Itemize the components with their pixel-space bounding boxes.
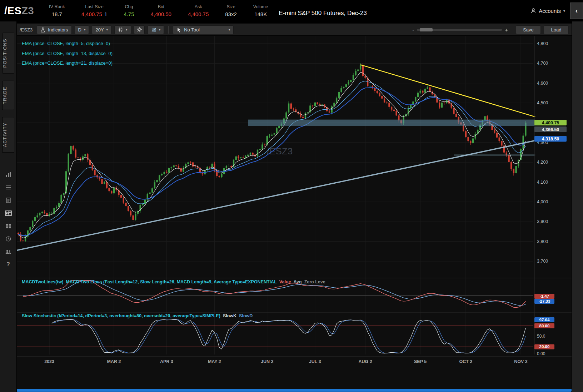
- drawing-tools-dropdown[interactable]: ▾: [148, 25, 164, 34]
- quote-fields: IV Rank 18.7 Last Size 4,400.75 1 Chg 4.…: [49, 4, 268, 17]
- bar-chart-icon[interactable]: [0, 169, 17, 180]
- field-value: 148K: [254, 11, 267, 17]
- chart-toolbar: /ESZ3 Indicators D ▾ 20Y ▾ ▾: [17, 24, 572, 36]
- chevron-down-icon: ▾: [229, 28, 230, 31]
- zoom-control: - +: [412, 27, 508, 33]
- active-chart-icon[interactable]: [0, 207, 17, 219]
- scrollbar-thumb[interactable]: [17, 389, 572, 392]
- help-icon[interactable]: ?: [0, 259, 17, 271]
- field-label: Last Size: [85, 4, 103, 9]
- svg-text:4,000: 4,000: [537, 199, 548, 204]
- chart-settings-button[interactable]: [134, 25, 145, 34]
- svg-text:NOV 2: NOV 2: [514, 359, 528, 364]
- chevron-down-icon: ▾: [159, 28, 161, 31]
- quote-field-volume: Volume 148K: [253, 4, 268, 17]
- svg-text:MAR 2: MAR 2: [107, 359, 121, 364]
- svg-text:80.00: 80.00: [539, 324, 550, 328]
- clock-icon[interactable]: [0, 233, 17, 245]
- field-value: 4,400.75: [188, 11, 209, 17]
- notes-icon[interactable]: [0, 194, 17, 206]
- zoom-slider-handle[interactable]: [420, 28, 433, 31]
- quote-field-iv-rank: IV Rank 18.7: [49, 4, 65, 17]
- field-label: Ask: [195, 4, 202, 9]
- svg-text:4,318.50: 4,318.50: [542, 137, 559, 142]
- svg-text:4,400.75: 4,400.75: [542, 120, 559, 125]
- indicators-label: Indicators: [48, 27, 68, 33]
- zoom-in-button[interactable]: +: [505, 27, 508, 33]
- svg-text:2023: 2023: [44, 359, 54, 364]
- svg-text:JUN 2: JUN 2: [261, 359, 273, 364]
- load-button[interactable]: Load: [544, 25, 569, 34]
- field-label: Bid: [158, 4, 164, 9]
- active-tool-dropdown[interactable]: No Tool ▾: [173, 25, 234, 34]
- range-value: 20Y: [95, 27, 104, 33]
- svg-text:4,366.50: 4,366.50: [542, 127, 559, 132]
- svg-text:97.04: 97.04: [539, 318, 550, 322]
- chart-symbol-label: /ESZ3: [20, 27, 33, 33]
- field-value: 4,400.50: [151, 11, 171, 17]
- toolbar-divider: [168, 26, 169, 34]
- svg-text:3,800: 3,800: [537, 239, 548, 244]
- field-label: IV Rank: [49, 4, 65, 9]
- sidebar-tab-activity[interactable]: ACTIVITY: [2, 117, 14, 153]
- svg-text:3,700: 3,700: [537, 259, 548, 264]
- price-chart[interactable]: /ESZ34,8004,7004,6004,5004,4004,3004,200…: [17, 36, 572, 388]
- zoom-out-button[interactable]: -: [412, 27, 414, 33]
- collapse-panel-button[interactable]: ‹: [570, 3, 583, 19]
- quote-field-last-size: Last Size 4,400.75 1: [81, 4, 108, 17]
- chevron-down-icon: ▾: [126, 28, 128, 31]
- sidebar-tab-positions[interactable]: POSITIONS: [2, 33, 14, 74]
- left-sidebar: POSITIONS TRADE ACTIVITY: [0, 21, 17, 392]
- right-collapsed-panel[interactable]: [572, 21, 583, 392]
- symbol-title: /ESZ3: [4, 5, 34, 17]
- list-icon[interactable]: [0, 182, 17, 193]
- symbol-contract: Z3: [21, 5, 34, 16]
- save-button[interactable]: Save: [516, 25, 541, 34]
- time-axis-scrollbar[interactable]: [17, 388, 572, 392]
- svg-text:MAY 2: MAY 2: [208, 359, 221, 364]
- candlestick-icon: [118, 27, 123, 33]
- instrument-description: E-mini S&P 500 Futures, Dec-23: [279, 10, 367, 17]
- svg-text:-1.47: -1.47: [540, 294, 549, 298]
- active-tool-label: No Tool: [184, 27, 226, 33]
- svg-text:0.00: 0.00: [537, 351, 545, 356]
- cursor-icon: [176, 27, 181, 33]
- field-value: 18.7: [52, 11, 62, 17]
- sidebar-icons: ?: [0, 169, 17, 271]
- accounts-menu[interactable]: Accounts ▾: [530, 8, 565, 14]
- load-label: Load: [551, 27, 562, 33]
- svg-text:-27.33: -27.33: [539, 299, 550, 303]
- svg-text:4,500: 4,500: [537, 100, 548, 105]
- zoom-slider[interactable]: [417, 29, 502, 31]
- tiles-icon[interactable]: [0, 220, 17, 232]
- field-label: Volume: [253, 4, 268, 9]
- quote-field-ask: Ask 4,400.75: [188, 4, 209, 17]
- beaker-icon: [40, 27, 45, 33]
- timeframe-dropdown[interactable]: D ▾: [75, 25, 89, 34]
- question-glyph: ?: [6, 261, 10, 268]
- chevron-down-icon: ▾: [106, 28, 108, 31]
- last-size: 1: [104, 11, 107, 17]
- indicators-button[interactable]: Indicators: [37, 25, 71, 34]
- quote-field-bid: Bid 4,400.50: [151, 4, 171, 17]
- svg-text:OCT 2: OCT 2: [459, 359, 472, 364]
- drawing-set-icon: [151, 27, 156, 33]
- field-value: 83x2: [225, 11, 237, 17]
- gear-icon: [136, 27, 142, 33]
- svg-text:20.00: 20.00: [539, 344, 550, 349]
- chevron-down-icon: ▾: [84, 28, 86, 31]
- chart-canvas[interactable]: /ESZ34,8004,7004,6004,5004,4004,3004,200…: [17, 36, 572, 388]
- field-label: Size: [226, 4, 235, 9]
- range-dropdown[interactable]: 20Y ▾: [92, 25, 111, 34]
- sidebar-tab-trade[interactable]: TRADE: [2, 81, 14, 110]
- svg-text:4,800: 4,800: [537, 41, 548, 46]
- workspace: POSITIONS TRADE ACTIVITY: [0, 21, 583, 392]
- person-icon: [530, 8, 536, 14]
- svg-text:4,200: 4,200: [537, 160, 548, 165]
- community-icon[interactable]: [0, 246, 17, 258]
- quote-field-size: Size 83x2: [225, 4, 237, 17]
- chart-gadget: /ESZ3 Indicators D ▾ 20Y ▾ ▾: [17, 21, 572, 392]
- field-label: Chg: [125, 4, 133, 9]
- svg-text:JUL 3: JUL 3: [309, 359, 321, 364]
- chart-style-dropdown[interactable]: ▾: [114, 25, 131, 34]
